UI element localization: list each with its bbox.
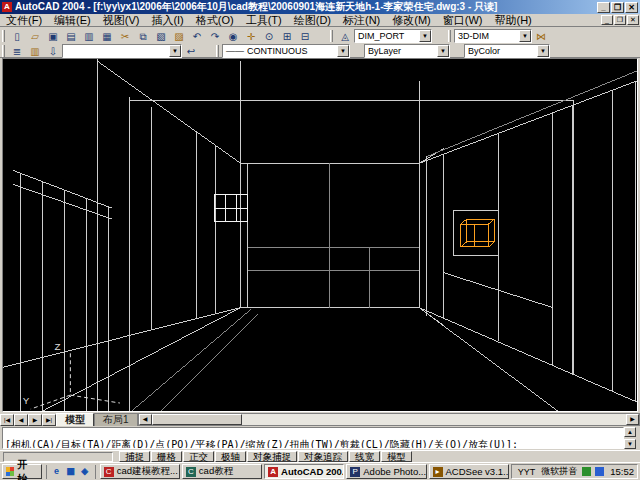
scroll-down-icon[interactable]: ▼: [624, 439, 636, 449]
scroll-right-icon[interactable]: ▶: [626, 414, 639, 425]
toolbar-grip[interactable]: [448, 30, 451, 42]
polar-toggle[interactable]: 极轴: [215, 451, 246, 462]
task-button-autocad[interactable]: A AutoCAD 200...: [264, 464, 344, 479]
menu-edit[interactable]: 编辑(E): [48, 14, 97, 27]
menu-tools[interactable]: 工具(T): [240, 14, 288, 27]
tray-text-yyt[interactable]: YYT: [518, 467, 536, 477]
show-desktop-icon[interactable]: ▦: [64, 465, 78, 478]
redo-icon[interactable]: ↷: [206, 29, 224, 44]
tray-app-icon[interactable]: [582, 467, 591, 476]
text-style-combo[interactable]: 3D-DIM ▼: [454, 29, 532, 43]
zoom-previous-icon[interactable]: ⊟: [296, 29, 314, 44]
dim-linear-icon[interactable]: ◬: [336, 29, 354, 44]
scrollbar-thumb[interactable]: [152, 414, 242, 425]
task-button-photoshop[interactable]: P Adobe Photo...: [346, 464, 426, 479]
menu-view[interactable]: 视图(V): [97, 14, 146, 27]
open-file-icon[interactable]: ▱: [26, 29, 44, 44]
chevron-down-icon[interactable]: ▼: [337, 45, 349, 57]
copy-icon[interactable]: ⧉: [134, 29, 152, 44]
menu-insert[interactable]: 插入(I): [145, 14, 189, 27]
tab-nav-prev-icon[interactable]: ◀: [14, 414, 28, 426]
scroll-up-icon[interactable]: ▲: [624, 427, 636, 437]
menu-file[interactable]: 文件(F): [0, 14, 48, 27]
scroll-left-icon[interactable]: ◀: [139, 414, 152, 425]
start-button[interactable]: 开始: [2, 464, 42, 479]
match-properties-icon[interactable]: ▨: [170, 29, 188, 44]
layer-combo[interactable]: ▼: [62, 44, 182, 58]
menu-modify[interactable]: 修改(M): [386, 14, 437, 27]
make-object-layer-current-icon[interactable]: ⇩: [44, 44, 62, 59]
standard-toolbar: ▯ ▱ ▣ ▤ ▥ ▦ ✂ ⧉ ▧ ▨ ↶ ↷ ◉ ✛ ⊙ ⊞ ⊟ ◬ DIM_…: [0, 27, 640, 45]
menu-draw[interactable]: 绘图(D): [288, 14, 337, 27]
chevron-down-icon[interactable]: ▼: [169, 45, 181, 57]
command-text-area[interactable]: [相机(CA)/目标(TA)/距离(D)/点(PO)/平移(PA)/缩放(Z)/…: [2, 427, 624, 449]
pan-icon[interactable]: ✛: [242, 29, 260, 44]
snap-toggle[interactable]: 捕捉: [119, 451, 150, 462]
menu-dimension[interactable]: 标注(N): [337, 14, 386, 27]
hyperlink-icon[interactable]: ◉: [224, 29, 242, 44]
paste-icon[interactable]: ▧: [152, 29, 170, 44]
grid-toggle[interactable]: 栅格: [151, 451, 182, 462]
lineweight-combo[interactable]: ByLayer ▼: [364, 44, 450, 58]
command-scrollbar[interactable]: ▲ ▼: [624, 427, 636, 449]
lineweight-toggle[interactable]: 线宽: [349, 451, 380, 462]
task-label: cad教程: [199, 465, 233, 478]
osnap-toggle[interactable]: 对象捕捉: [247, 451, 297, 462]
chevron-down-icon[interactable]: ▼: [419, 30, 431, 42]
document-close-button[interactable]: ✕: [627, 15, 639, 25]
tab-model[interactable]: 模型: [56, 413, 94, 426]
plotstyle-combo[interactable]: ByColor ▼: [464, 44, 550, 58]
model-viewport[interactable]: Z Y: [2, 58, 638, 412]
chevron-down-icon[interactable]: ▼: [437, 45, 449, 57]
new-file-icon[interactable]: ▯: [8, 29, 26, 44]
task-button-cad-modeling-tutorial[interactable]: C cad建模教程...: [100, 464, 180, 479]
dim-angular-icon[interactable]: ⋈: [532, 29, 550, 44]
toolbar-grip[interactable]: [216, 45, 219, 57]
linetype-combo[interactable]: —— CONTINUOUS ▼: [222, 44, 350, 58]
document-minimize-button[interactable]: _: [601, 15, 613, 25]
ime-indicator[interactable]: 微软拼音: [541, 465, 577, 478]
document-restore-button[interactable]: ❐: [614, 15, 626, 25]
internet-explorer-icon[interactable]: e: [50, 465, 64, 478]
layer-states-icon[interactable]: ▥: [26, 44, 44, 59]
toolbar-grip[interactable]: [330, 30, 333, 42]
undo-icon[interactable]: ↶: [188, 29, 206, 44]
zoom-window-icon[interactable]: ⊞: [278, 29, 296, 44]
tab-nav-next-icon[interactable]: ▶: [28, 414, 42, 426]
taskbar-clock: 15:52: [610, 466, 634, 477]
horizontal-scrollbar[interactable]: ◀ ▶: [138, 413, 640, 426]
tab-layout1[interactable]: 布局1: [94, 413, 138, 426]
minimize-button[interactable]: _: [597, 2, 610, 13]
otrack-toggle[interactable]: 对象追踪: [298, 451, 348, 462]
menu-window[interactable]: 窗口(W): [437, 14, 489, 27]
close-button[interactable]: ✕: [625, 2, 638, 13]
toolbar-grip[interactable]: [2, 45, 5, 57]
tab-nav-last-icon[interactable]: ▶|: [42, 414, 56, 426]
menu-format[interactable]: 格式(O): [190, 14, 240, 27]
layer-previous-icon[interactable]: ↩: [182, 44, 200, 59]
lineweight-value: ByLayer: [368, 46, 414, 56]
system-tray: YYT 微软拼音 15:52: [511, 464, 638, 479]
plot-icon[interactable]: ▤: [62, 29, 80, 44]
publish-icon[interactable]: ▦: [98, 29, 116, 44]
menu-help[interactable]: 帮助(H): [489, 14, 538, 27]
print-preview-icon[interactable]: ▥: [80, 29, 98, 44]
title-bar[interactable]: A AutoCAD 2004 - [f:\yy\yx1\2006年\2006年1…: [0, 0, 640, 14]
media-player-icon[interactable]: ◈: [78, 465, 92, 478]
dim-style-combo[interactable]: DIM_PORT ▼: [354, 29, 432, 43]
task-button-cad-tutorial[interactable]: C cad教程: [182, 464, 262, 479]
layers-icon[interactable]: ≣: [8, 44, 26, 59]
ortho-toggle[interactable]: 正交: [183, 451, 214, 462]
zoom-realtime-icon[interactable]: ⊙: [260, 29, 278, 44]
cut-icon[interactable]: ✂: [116, 29, 134, 44]
save-icon[interactable]: ▣: [44, 29, 62, 44]
restore-button[interactable]: ❐: [611, 2, 624, 13]
task-button-acdsee[interactable]: ▸ ACDSee v3.1...: [429, 464, 509, 479]
volume-icon[interactable]: [595, 467, 604, 476]
folder-icon: C: [186, 467, 196, 477]
tab-nav-first-icon[interactable]: |◀: [0, 414, 14, 426]
toolbar-grip[interactable]: [2, 30, 5, 42]
model-space-toggle[interactable]: 模型: [381, 451, 412, 462]
chevron-down-icon[interactable]: ▼: [519, 30, 531, 42]
chevron-down-icon[interactable]: ▼: [537, 45, 549, 57]
